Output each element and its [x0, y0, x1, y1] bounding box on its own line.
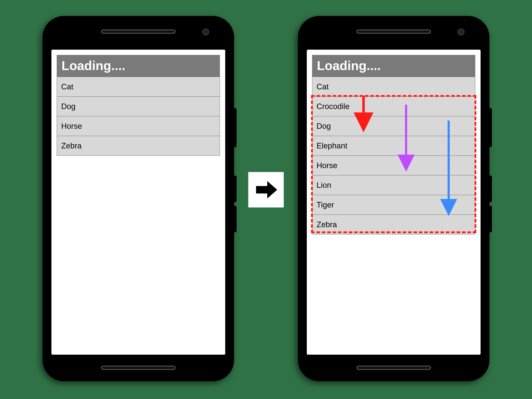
- phone-screen: Loading.... Cat Dog Horse Zebra: [51, 50, 225, 355]
- app-header: Loading....: [57, 55, 220, 77]
- list-item[interactable]: Cat: [312, 77, 475, 97]
- volume-down[interactable]: [489, 206, 492, 232]
- list-item[interactable]: Dog: [57, 97, 220, 116]
- app-header: Loading....: [312, 55, 475, 77]
- speaker-icon: [356, 366, 431, 370]
- insert-arrow-purple-icon: [401, 105, 412, 170]
- volume-down[interactable]: [234, 206, 237, 232]
- phone-before: Loading.... Cat Dog Horse Zebra: [43, 16, 234, 381]
- list-item[interactable]: Horse: [57, 116, 220, 136]
- power-button[interactable]: [234, 108, 237, 147]
- speaker-icon: [101, 366, 176, 370]
- speaker-icon: [101, 29, 176, 34]
- arrow-right-icon: [253, 177, 279, 202]
- camera-icon: [457, 28, 465, 35]
- list-item[interactable]: Zebra: [57, 136, 220, 156]
- transition-arrow: [248, 172, 284, 208]
- phone-screen: Loading.... Cat Crocodile Dog Elephant H…: [307, 50, 481, 355]
- camera-icon: [202, 28, 209, 35]
- volume-up[interactable]: [234, 176, 237, 202]
- volume-up[interactable]: [489, 176, 492, 202]
- speaker-icon: [356, 29, 431, 34]
- insert-arrow-blue-icon: [443, 120, 454, 215]
- animal-list: Cat Dog Horse Zebra: [57, 77, 220, 156]
- phone-after: Loading.... Cat Crocodile Dog Elephant H…: [298, 16, 489, 381]
- list-item[interactable]: Cat: [57, 77, 220, 97]
- insert-arrow-red-icon: [358, 96, 369, 129]
- power-button[interactable]: [489, 108, 492, 147]
